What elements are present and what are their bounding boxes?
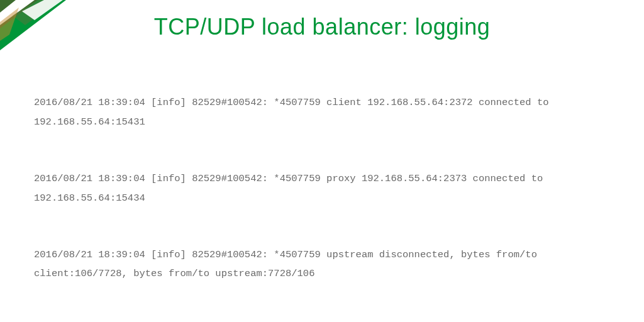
log-line: 2016/08/21 18:39:04 [info] 82529#100542:… [34, 169, 610, 207]
log-line: 2016/08/21 18:39:04 [info] 82529#100542:… [34, 245, 610, 283]
log-output: 2016/08/21 18:39:04 [info] 82529#100542:… [34, 55, 610, 322]
log-line: 2016/08/21 18:39:04 [info] 82529#100542:… [34, 93, 610, 131]
slide-title: TCP/UDP load balancer: logging [0, 14, 644, 40]
